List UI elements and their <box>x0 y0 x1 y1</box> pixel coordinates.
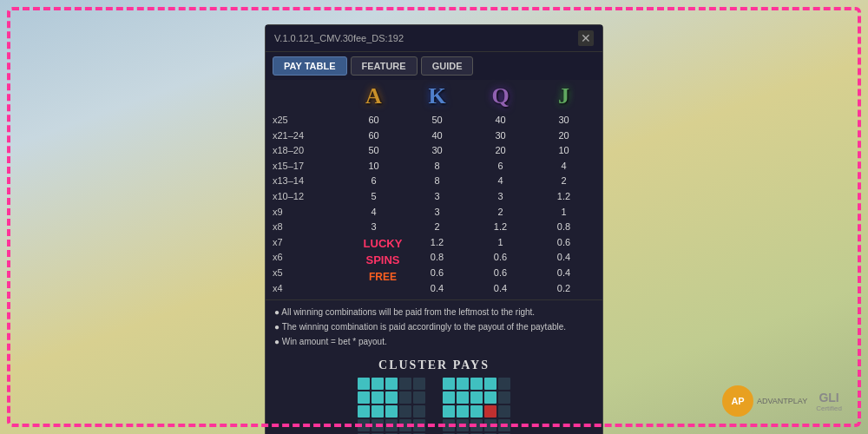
multiplier: x9 <box>273 205 342 220</box>
tab-bar: PAY TABLE FEATURE GUIDE <box>266 52 602 80</box>
tab-pay-table[interactable]: PAY TABLE <box>273 56 347 76</box>
pay-table-content: x25 60 50 40 30 x21–24 60 40 30 20 x18–2… <box>266 113 602 299</box>
table-row: x4 0.4 0.4 0.2 <box>273 281 595 297</box>
grid-cell <box>457 419 469 431</box>
cluster-pays-title: CLUSTER PAYS <box>274 358 594 372</box>
grid-cell <box>470 405 483 418</box>
grid-cell <box>498 405 510 418</box>
grid-cell <box>470 378 483 390</box>
table-row: x9 4 3 2 1 <box>273 205 595 220</box>
grid-cell <box>498 378 510 390</box>
table-row: x13–14 6 8 4 2 <box>273 174 595 189</box>
gli-label: GLI <box>816 391 842 404</box>
rule-1: ● All winning combinations will be paid … <box>274 306 594 319</box>
grid-cell <box>385 391 398 404</box>
paytable-modal: V.1.0.121_CMV.30fee_DS:192 ✕ PAY TABLE F… <box>265 24 603 434</box>
table-row: x10–12 5 3 3 1.2 <box>273 189 595 205</box>
grid-cell <box>484 419 496 431</box>
grid-cell <box>385 405 398 418</box>
grid-cell <box>372 391 384 404</box>
grid-cell <box>372 419 384 431</box>
table-row: x25 60 50 40 30 <box>273 113 595 128</box>
symbol-j: J <box>532 80 595 113</box>
table-row: x21–24 60 40 30 20 <box>273 128 595 144</box>
gli-logo-group: GLI Certified <box>816 391 842 412</box>
grid-cell <box>443 405 455 418</box>
grid-cell <box>372 405 384 418</box>
grid-cell <box>399 419 411 431</box>
grid-cell <box>484 378 496 390</box>
grid-cell <box>358 405 370 418</box>
grid-cell <box>385 378 398 390</box>
multiplier: x4 <box>273 281 342 297</box>
cluster-grids <box>274 378 594 434</box>
grid-cell-red <box>484 405 496 418</box>
grid-cell <box>358 391 370 404</box>
rule-2: ● The winning combination is paid accord… <box>274 320 594 333</box>
grid-cell <box>443 391 455 404</box>
grid-cell <box>484 391 496 404</box>
grid-cell <box>399 391 411 404</box>
multiplier: x21–24 <box>273 128 342 144</box>
grid-cell <box>358 419 370 431</box>
close-button[interactable]: ✕ <box>578 30 594 46</box>
val-q: 40 <box>469 113 532 128</box>
mult-header-empty <box>273 80 342 113</box>
grid-cell <box>413 391 425 404</box>
multiplier: x8 <box>273 220 342 235</box>
grid-cell <box>443 419 455 431</box>
rules-section: ● All winning combinations will be paid … <box>266 299 602 355</box>
table-row: x7 1.2 1 0.6 <box>273 235 595 251</box>
symbol-a: A <box>342 80 405 113</box>
grid-cell <box>443 378 455 390</box>
multiplier: x18–20 <box>273 143 342 159</box>
grid-cell <box>457 378 469 390</box>
cluster-grid-1 <box>358 378 425 434</box>
advantplay-label: ADVANTPLAY <box>757 397 807 405</box>
grid-cell <box>399 405 411 418</box>
multiplier: x10–12 <box>273 189 342 205</box>
multiplier: x5 <box>273 266 342 281</box>
grid-cell <box>358 378 370 390</box>
multiplier: x25 <box>273 113 342 128</box>
rule-3: ● Win amount = bet * payout. <box>274 335 594 348</box>
grid-cell <box>399 378 411 390</box>
tab-feature[interactable]: FEATURE <box>351 56 418 76</box>
version-label: V.1.0.121_CMV.30fee_DS:192 <box>274 33 404 43</box>
val-a: 60 <box>342 113 405 128</box>
bottom-logos: AP ADVANTPLAY GLI Certified <box>722 385 842 417</box>
grid-cell <box>470 391 483 404</box>
grid-cell <box>372 378 384 390</box>
grid-cell <box>385 419 398 431</box>
multiplier: x6 <box>273 250 342 266</box>
val-j: 30 <box>532 113 595 128</box>
symbol-header-row: A K Q J <box>266 80 602 113</box>
lucky-spins-section: x7 1.2 1 0.6 x6 0.8 0.6 0.4 x5 0.6 0.6 0… <box>273 235 595 296</box>
cluster-pays-section: CLUSTER PAYS <box>266 355 602 434</box>
table-row: x8 3 2 1.2 0.8 <box>273 220 595 235</box>
table-row: x5 0.6 0.6 0.4 <box>273 266 595 281</box>
grid-cell <box>498 419 510 431</box>
symbol-q: Q <box>469 80 532 113</box>
multiplier: x13–14 <box>273 174 342 189</box>
symbol-k: K <box>405 80 469 113</box>
multiplier: x7 <box>273 235 342 251</box>
table-row: x6 0.8 0.6 0.4 <box>273 250 595 266</box>
ap-label: AP <box>731 396 744 406</box>
grid-cell <box>457 405 469 418</box>
grid-cell <box>413 419 425 431</box>
advantplay-logo-group: AP ADVANTPLAY <box>722 385 807 417</box>
table-row: x18–20 50 30 20 10 <box>273 143 595 159</box>
grid-cell <box>413 405 425 418</box>
grid-cell <box>457 391 469 404</box>
grid-cell <box>470 419 483 431</box>
cluster-grid-2 <box>443 378 510 434</box>
grid-cell <box>413 378 425 390</box>
gli-certified: Certified <box>816 404 842 412</box>
tab-guide[interactable]: GUIDE <box>421 56 474 76</box>
grid-cell <box>498 391 510 404</box>
multiplier: x15–17 <box>273 159 342 174</box>
modal-header: V.1.0.121_CMV.30fee_DS:192 ✕ <box>266 25 602 52</box>
table-row: x15–17 10 8 6 4 <box>273 159 595 174</box>
val-k: 50 <box>405 113 469 128</box>
